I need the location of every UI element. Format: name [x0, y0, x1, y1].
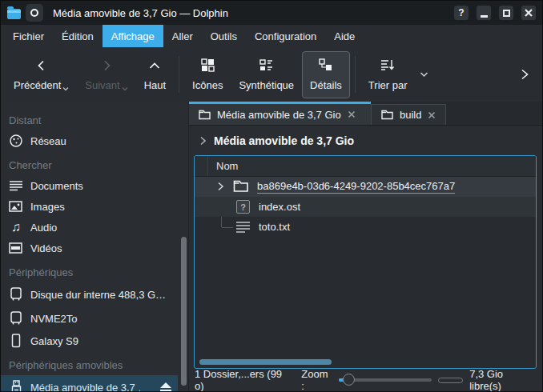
sidebar-item-label: Documents: [30, 180, 83, 192]
sidebar-item-documents[interactable]: Documents: [1, 175, 188, 196]
caret-down-icon: [62, 86, 69, 91]
sidebar-item-internal-disk[interactable]: Disque dur interne 488,3 G…: [1, 282, 188, 306]
chevron-up-icon: [148, 58, 161, 74]
zoom-label: Zoom :: [301, 368, 332, 392]
menu-configuration[interactable]: Configuration: [246, 25, 325, 47]
sidebar-scrollbar[interactable]: [181, 237, 187, 386]
places-panel: Distant Réseau Chercher Documents: [1, 102, 189, 391]
statusbar: 1 Dossier,...ers (99 o) Zoom : 7,3 Gio l…: [189, 369, 542, 391]
eject-icon: [160, 382, 171, 388]
sidebar-item-removable-media[interactable]: Média amovible de 3,7 …: [1, 375, 178, 391]
up-label: Haut: [144, 79, 166, 91]
file-row-index-ost[interactable]: ? index.ost: [195, 197, 536, 217]
sort-caret-down-icon[interactable]: [420, 71, 428, 78]
menu-aide[interactable]: Aide: [325, 25, 364, 47]
menu-fichier[interactable]: Fichier: [4, 25, 53, 47]
network-icon: [9, 134, 23, 148]
toolbar-overflow-button[interactable]: [512, 68, 537, 81]
tab-media-amovible[interactable]: Média amovible de 3,7 Gio: [189, 102, 371, 125]
file-name[interactable]: index.ost: [259, 201, 300, 213]
tab-build[interactable]: build: [371, 104, 446, 125]
column-header-row: Nom: [195, 156, 536, 177]
file-row-folder[interactable]: ba869e4b-03d6-4249-9202-85b4cec767a7: [195, 177, 536, 197]
sort-icon: [380, 58, 395, 74]
horizontal-scrollbar[interactable]: [199, 359, 332, 365]
back-label: Précédent: [14, 79, 61, 91]
tab-close-button[interactable]: [428, 111, 436, 119]
breadcrumb[interactable]: Média amovible de 3,7 Gio: [189, 126, 542, 155]
toolbar-separator: [355, 56, 356, 93]
chevron-right-icon: [100, 58, 113, 74]
section-header-peripheriques: Périphériques: [1, 258, 188, 282]
documents-icon: [9, 180, 23, 191]
caret-down-icon: [122, 86, 128, 91]
phone-icon: [9, 334, 23, 348]
tab-close-button[interactable]: [348, 110, 356, 118]
eject-button[interactable]: [160, 382, 171, 391]
sidebar-item-label: Audio: [30, 222, 57, 234]
toolbar: Précédent Suivant Haut: [1, 47, 542, 102]
close-button[interactable]: [521, 6, 536, 20]
menu-outils[interactable]: Outils: [202, 25, 246, 47]
icons-label: Icônes: [192, 79, 223, 91]
sidebar-item-reseau[interactable]: Réseau: [1, 130, 188, 151]
section-header-distant: Distant: [1, 106, 188, 130]
icons-view-button[interactable]: Icônes: [184, 51, 231, 98]
hard-drive-icon: [9, 287, 23, 302]
column-header-nom[interactable]: Nom: [208, 160, 238, 172]
close-icon: [348, 110, 356, 118]
free-space-label: 7,3 Gio libre(s): [469, 368, 535, 392]
sidebar-item-audio[interactable]: ♫ Audio: [1, 217, 188, 238]
dolphin-window: Média amovible de 3,7 Gio — Dolphin ? Fi…: [0, 0, 543, 392]
up-button[interactable]: Haut: [136, 51, 174, 98]
menubar: Fichier Édition Affichage Aller Outils C…: [1, 25, 542, 47]
details-view-icon: [319, 58, 332, 74]
sidebar-item-label: Vidéos: [30, 242, 62, 254]
titlebar[interactable]: Média amovible de 3,7 Gio — Dolphin ?: [1, 1, 542, 25]
file-rows: ba869e4b-03d6-4249-9202-85b4cec767a7 ? i…: [195, 177, 536, 368]
chevron-right-icon: [520, 68, 529, 81]
help-button[interactable]: ?: [454, 6, 469, 20]
details-label: Détails: [310, 79, 342, 91]
tabbar: Média amovible de 3,7 Gio build: [189, 102, 542, 126]
minimize-button[interactable]: [477, 6, 491, 20]
sidebar-item-nvme[interactable]: NVME2To: [1, 306, 188, 330]
free-space-bar: [438, 378, 463, 383]
chevron-right-icon: [199, 136, 207, 146]
menu-edition[interactable]: Édition: [53, 25, 103, 47]
sidebar-item-images[interactable]: Images: [1, 196, 188, 217]
file-row-toto-txt[interactable]: toto.txt: [195, 217, 536, 237]
removable-media-icon[interactable]: [26, 4, 43, 22]
slider-handle[interactable]: [343, 374, 355, 386]
disc-glyph: [30, 9, 38, 17]
maximize-icon: [503, 10, 510, 17]
zoom-slider[interactable]: [339, 374, 432, 386]
sort-label: Trier par: [368, 79, 408, 91]
close-icon: [428, 111, 436, 119]
window-title: Média amovible de 3,7 Gio — Dolphin: [53, 7, 446, 19]
chevron-left-icon: [35, 58, 48, 74]
usb-stick-icon: [9, 380, 23, 391]
unknown-file-icon: ?: [236, 200, 250, 214]
section-header-peripheriques-amovibles: Périphériques amovibles: [1, 351, 188, 375]
folder-view[interactable]: Nom: [194, 155, 537, 369]
file-name[interactable]: toto.txt: [259, 221, 290, 233]
section-header-chercher: Chercher: [1, 151, 188, 175]
forward-button[interactable]: Suivant: [77, 51, 135, 98]
sidebar-item-galaxy-s9[interactable]: Galaxy S9: [1, 330, 188, 351]
sort-by-button[interactable]: Trier par: [360, 51, 416, 98]
menu-aller[interactable]: Aller: [163, 25, 202, 47]
details-view-button[interactable]: Détails: [302, 51, 350, 98]
videos-icon: [9, 242, 23, 254]
breadcrumb-location[interactable]: Média amovible de 3,7 Gio: [214, 134, 354, 147]
maximize-button[interactable]: [499, 6, 513, 20]
back-button[interactable]: Précédent: [6, 51, 77, 98]
file-name[interactable]: ba869e4b-03d6-4249-9202-85b4cec767a7: [257, 180, 455, 194]
expander-chevron-icon[interactable]: [215, 181, 225, 192]
window-body: Distant Réseau Chercher Documents: [1, 102, 542, 391]
sidebar-item-videos[interactable]: Vidéos: [1, 238, 188, 258]
menu-affichage[interactable]: Affichage: [103, 25, 163, 47]
compact-view-button[interactable]: Synthétique: [231, 51, 302, 98]
sidebar-item-label: Galaxy S9: [30, 335, 78, 347]
icons-view-icon: [201, 58, 215, 74]
